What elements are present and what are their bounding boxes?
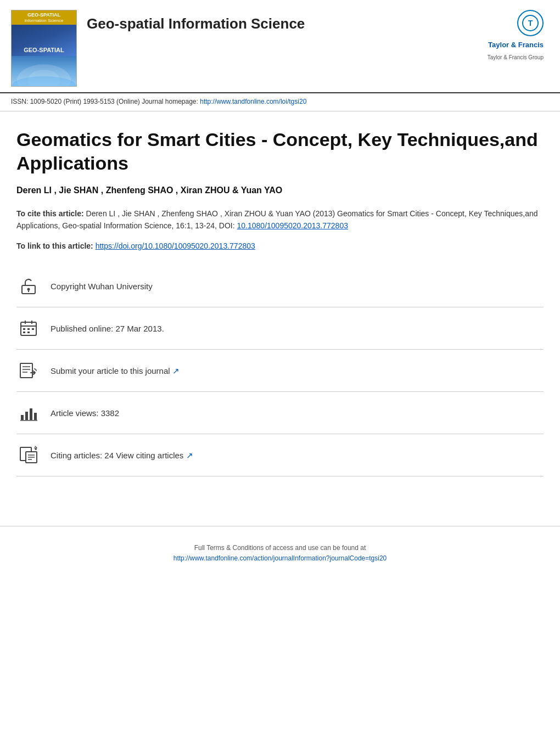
- submit-row: Submit your article to this journal ↗: [16, 350, 544, 392]
- page-header: GEO-SPATIAL Information Science GEO-SPAT…: [0, 0, 560, 93]
- views-text: Article views: 3382: [51, 407, 119, 419]
- issn-bar: ISSN: 1009-5020 (Print) 1993-5153 (Onlin…: [0, 93, 560, 111]
- published-text: Published online: 27 Mar 2013.: [51, 323, 164, 334]
- svg-rect-12: [23, 328, 25, 330]
- article-link-block: To link to this article: https://doi.org…: [16, 240, 544, 252]
- issn-link[interactable]: http://www.tandfonline.com/loi/tgsi20: [200, 98, 306, 105]
- citing-row: Citing articles: 24 View citing articles…: [16, 434, 544, 476]
- tf-logo-sub: Taylor & Francis Group: [488, 54, 544, 60]
- tf-logo-block: T Taylor & Francis Taylor & Francis Grou…: [488, 10, 544, 60]
- svg-point-6: [27, 288, 30, 291]
- authors: Deren LI , Jie SHAN , Zhenfeng SHAO , Xi…: [16, 186, 544, 195]
- citing-text: Citing articles: 24 View citing articles…: [51, 450, 193, 461]
- submit-text: Submit your article to this journal ↗: [51, 365, 180, 377]
- chart-icon: [16, 401, 41, 425]
- svg-text:T: T: [528, 19, 533, 27]
- tf-logo-text: Taylor & Francis: [488, 41, 544, 50]
- cover-badge: GEO-SPATIAL Information Science: [12, 10, 76, 25]
- footer-link[interactable]: http://www.tandfonline.com/action/journa…: [173, 554, 387, 562]
- citation-block: To cite this article: Deren LI , Jie SHA…: [16, 207, 544, 232]
- link-label: To link to this article:: [16, 242, 93, 250]
- svg-rect-24: [34, 413, 37, 420]
- svg-rect-14: [32, 328, 34, 330]
- unlock-icon: [16, 274, 41, 298]
- svg-rect-16: [27, 332, 30, 333]
- info-rows: Copyright Wuhan University Published onl…: [16, 265, 544, 476]
- submit-icon: [16, 358, 41, 383]
- journal-title: Geo-spatial Information Science: [87, 15, 305, 32]
- journal-cover: GEO-SPATIAL Information Science GEO-SPAT…: [11, 10, 77, 87]
- tf-logo-icon: T: [517, 10, 544, 36]
- main-content: Geomatics for Smart Cities - Concept, Ke…: [0, 111, 560, 493]
- citation-label: To cite this article:: [16, 209, 84, 218]
- svg-rect-23: [30, 408, 32, 420]
- page-footer: Full Terms & Conditions of access and us…: [0, 526, 560, 575]
- svg-rect-22: [25, 412, 28, 420]
- footer-line1: Full Terms & Conditions of access and us…: [11, 543, 549, 553]
- issn-text: ISSN: 1009-5020 (Print) 1993-5153 (Onlin…: [11, 98, 200, 105]
- citing-link-arrow: ↗: [186, 451, 193, 460]
- cover-image: [12, 56, 76, 86]
- doi-link[interactable]: 10.1080/10095020.2013.772803: [237, 221, 348, 230]
- copyright-row: Copyright Wuhan University: [16, 265, 544, 307]
- copyright-text: Copyright Wuhan University: [51, 280, 153, 292]
- citing-icon: [16, 443, 41, 467]
- header-left: GEO-SPATIAL Information Science GEO-SPAT…: [11, 10, 305, 87]
- svg-rect-13: [27, 328, 30, 330]
- article-title: Geomatics for Smart Cities - Concept, Ke…: [16, 128, 544, 175]
- svg-rect-17: [20, 363, 32, 378]
- svg-rect-21: [21, 415, 24, 420]
- svg-rect-15: [23, 332, 25, 333]
- published-row: Published online: 27 Mar 2013.: [16, 307, 544, 350]
- calendar-icon: [16, 316, 41, 340]
- submit-link-arrow: ↗: [172, 366, 180, 375]
- article-link[interactable]: https://doi.org/10.1080/10095020.2013.77…: [96, 242, 255, 250]
- views-row: Article views: 3382: [16, 392, 544, 434]
- cover-title: GEO-SPATIAL: [21, 43, 66, 55]
- journal-title-block: Geo-spatial Information Science: [87, 10, 305, 37]
